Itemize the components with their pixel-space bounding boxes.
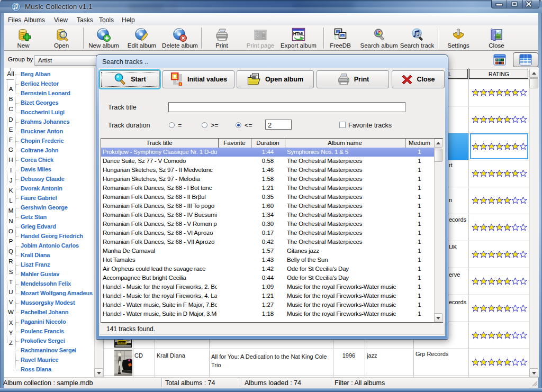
svg-text:STAN GETZ: STAN GETZ — [119, 342, 130, 344]
svg-text:HTML: HTML — [293, 32, 304, 37]
